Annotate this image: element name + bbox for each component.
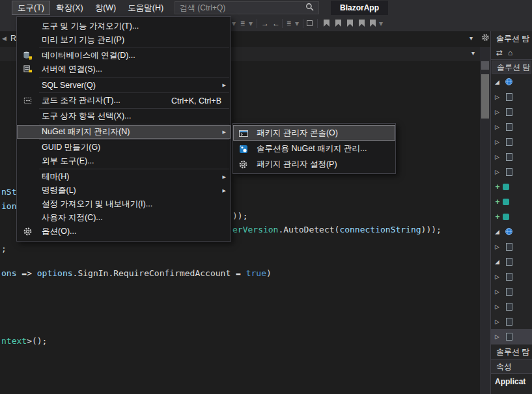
expand-arrow-icon[interactable]: ◢	[493, 229, 501, 235]
collapse-arrow-icon[interactable]: ▷	[493, 169, 501, 175]
menubar-item-window[interactable]: 창(W)	[89, 1, 122, 15]
menu-item-connect-to-server[interactable]: 서버에 연결(S)...	[17, 63, 231, 76]
tree-item[interactable]: ◢	[491, 254, 532, 269]
tree-item[interactable]: ▷	[491, 239, 532, 254]
menu-item-sql-server[interactable]: SQL Server(Q) ▶	[17, 78, 231, 92]
project-icon	[504, 227, 513, 236]
collapse-arrow-icon[interactable]: ▷	[493, 333, 501, 340]
menu-item-command-line[interactable]: 명령줄(L) ▶	[17, 184, 231, 197]
file-icon	[506, 93, 512, 101]
bookmark-folder-icon[interactable]	[359, 20, 365, 27]
menu-item-label: 코드 조각 관리자(T)...	[42, 95, 120, 106]
tree-item-added-file[interactable]: +	[491, 209, 532, 224]
menubar-item-help[interactable]: 도움말(H)	[122, 1, 169, 15]
tree-item-selected[interactable]: ▷	[491, 329, 532, 344]
tree-item[interactable]: ▷	[491, 149, 532, 164]
menubar-item-extensions[interactable]: 확장(X)	[50, 1, 89, 15]
bookmark-icon[interactable]	[324, 20, 329, 27]
menu-item-nuget-package-manager[interactable]: NuGet 패키지 관리자(N) ▶	[17, 125, 231, 139]
gear-icon	[22, 226, 33, 237]
code-line: ;	[1, 244, 7, 254]
nav-back-icon[interactable]: ←	[272, 18, 280, 29]
menu-item-options[interactable]: 옵션(O)...	[17, 225, 231, 238]
scroll-marker[interactable]	[481, 61, 489, 70]
chevron-down-icon[interactable]: ▾	[469, 35, 473, 42]
bookmark-next-icon[interactable]	[347, 20, 353, 27]
properties-panel-title[interactable]: 속성	[491, 359, 532, 373]
solution-explorer-search[interactable]: 솔루션 탐	[492, 61, 531, 74]
dropdown-arrow-icon[interactable]: ▾	[295, 18, 299, 29]
quick-search-box[interactable]: 검색 (Ctrl+Q)	[175, 1, 319, 14]
tree-item[interactable]: ▷	[491, 164, 532, 179]
collapse-arrow-icon[interactable]: ▷	[493, 109, 501, 115]
tree-item[interactable]: ▷	[491, 104, 532, 119]
menu-item-connect-to-database[interactable]: 데이터베이스에 연결(D)...	[17, 49, 231, 63]
nav-forward-icon[interactable]: →	[261, 18, 269, 29]
box-icon[interactable]	[307, 20, 313, 26]
tree-item[interactable]: ▷	[491, 299, 532, 314]
gear-icon[interactable]	[481, 33, 490, 43]
menu-item-get-tools-features[interactable]: 도구 및 기능 가져오기(T)...	[17, 20, 231, 33]
document-tab[interactable]: R	[10, 34, 16, 43]
pending-add-icon: +	[494, 212, 501, 221]
menu-item-package-manager-console[interactable]: 패키지 관리자 콘솔(O)	[233, 125, 395, 141]
menu-item-theme[interactable]: 테마(H) ▶	[17, 170, 231, 184]
file-icon	[506, 318, 512, 326]
collapse-arrow-icon[interactable]: ▷	[493, 288, 501, 295]
menu-item-manage-preview-features[interactable]: 미리 보기 기능 관리(P)	[17, 33, 231, 47]
bookmark-clear-icon[interactable]	[370, 20, 376, 27]
tree-item[interactable]: ▷	[491, 284, 532, 299]
menu-item-customize[interactable]: 사용자 지정(C)...	[17, 211, 231, 225]
tree-item[interactable]: ▷	[491, 119, 532, 134]
submenu-arrow-icon: ▶	[223, 83, 226, 88]
sync-icon[interactable]: ⇄	[496, 48, 503, 57]
tree-item[interactable]: ▷	[491, 89, 532, 104]
dropdown-arrow-icon[interactable]: ▾	[249, 18, 253, 29]
menu-item-package-manager-settings[interactable]: 패키지 관리자 설정(P)	[233, 156, 395, 172]
menu-item-code-snippets-manager[interactable]: 코드 조각 관리자(T)... Ctrl+K, Ctrl+B	[17, 94, 231, 107]
collapse-arrow-icon[interactable]: ▷	[493, 274, 501, 280]
toolbar-separator	[257, 19, 257, 28]
expand-arrow-icon[interactable]: ◢	[493, 259, 501, 265]
collapse-arrow-icon[interactable]: ▷	[493, 303, 501, 310]
menu-item-label: 서버에 연결(S)...	[42, 64, 102, 75]
collapse-arrow-icon[interactable]: ▷	[493, 154, 501, 160]
menu-item-label: 테마(H)	[42, 171, 69, 182]
tree-item-added-file[interactable]: +	[491, 179, 532, 194]
solution-explorer-title[interactable]: 솔루션 탐	[491, 31, 532, 46]
collapse-arrow-icon[interactable]: ▷	[493, 139, 501, 145]
list-icon[interactable]: ≡	[287, 18, 291, 29]
collapse-arrow-icon[interactable]: ▷	[493, 124, 501, 130]
dropdown-arrow-icon[interactable]: ▾	[379, 18, 383, 29]
menubar-item-tools[interactable]: 도구(T)	[12, 1, 50, 15]
tree-item[interactable]: ▷	[491, 134, 532, 149]
tree-item-project[interactable]: ◢	[491, 74, 532, 89]
tree-item-project[interactable]: ◢	[491, 224, 532, 239]
tree-item[interactable]: ▷	[491, 314, 532, 329]
tab-solution-explorer[interactable]: 솔루션 탐	[491, 345, 532, 359]
submenu-arrow-icon: ▶	[223, 130, 226, 135]
menu-item-create-guid[interactable]: GUID 만들기(G)	[17, 141, 231, 154]
scrollbar-thumb[interactable]	[481, 74, 489, 119]
collapse-arrow-icon[interactable]: ▷	[493, 244, 501, 250]
list-icon[interactable]: ≡	[240, 18, 245, 29]
expand-arrow-icon[interactable]: ◢	[493, 79, 501, 85]
dropdown-arrow-icon[interactable]: ▾	[232, 18, 236, 29]
collapse-arrow-icon[interactable]: ▷	[493, 318, 501, 325]
tree-item-added-file[interactable]: +	[491, 194, 532, 209]
menu-item-manage-nuget-packages-for-solution[interactable]: 솔루션용 NuGet 패키지 관리...	[233, 141, 395, 156]
tree-item[interactable]: ▷	[491, 269, 532, 284]
menu-item-label: 패키지 관리자 콘솔(O)	[257, 128, 338, 139]
chevron-down-icon[interactable]: ▾	[471, 49, 475, 57]
collapse-arrow-icon[interactable]: ▷	[493, 94, 501, 100]
bookmark-previous-icon[interactable]	[335, 20, 341, 27]
editor-vertical-scrollbar[interactable]	[480, 47, 490, 394]
menu-separator	[39, 139, 229, 140]
menu-item-external-tools[interactable]: 외부 도구(E)...	[17, 154, 231, 168]
menu-item-import-export-settings[interactable]: 설정 가져오기 및 내보내기(I)...	[17, 197, 231, 211]
search-icon[interactable]	[305, 3, 314, 13]
home-icon[interactable]: ⌂	[508, 48, 512, 57]
razor-file-icon	[503, 199, 509, 205]
tab-scroll-left-icon[interactable]: ◀	[2, 35, 7, 42]
menu-item-choose-toolbox-items[interactable]: 도구 상자 항목 선택(X)...	[17, 109, 231, 123]
